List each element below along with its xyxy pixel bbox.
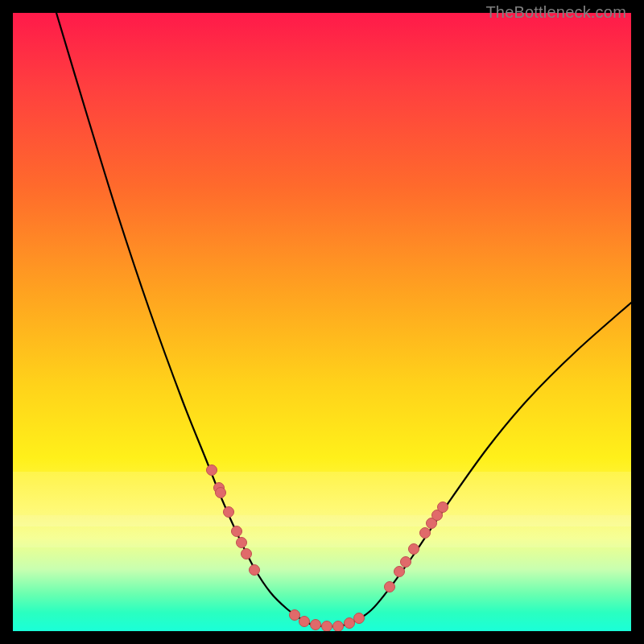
watermark-text: TheBottleneck.com: [485, 3, 626, 22]
dot: [345, 618, 355, 629]
dot: [420, 528, 431, 539]
dot: [394, 567, 405, 577]
dot: [354, 613, 365, 624]
dot: [232, 526, 242, 537]
dot: [237, 538, 247, 548]
dot: [207, 465, 217, 476]
dot: [409, 544, 419, 555]
dot: [242, 549, 252, 559]
dot: [216, 488, 226, 498]
dot: [311, 620, 321, 630]
v-curve: [56, 13, 631, 626]
dot: [333, 621, 344, 632]
dot: [224, 507, 234, 518]
dot: [401, 557, 411, 568]
curve-layer: [13, 13, 631, 631]
dot: [299, 617, 310, 627]
dot: [290, 610, 300, 621]
dot: [438, 502, 448, 513]
dot: [385, 582, 395, 592]
plot-area: [13, 13, 631, 631]
dot: [250, 565, 260, 576]
dot: [322, 621, 332, 632]
curve-dots: [207, 465, 448, 632]
chart-frame: TheBottleneck.com: [0, 0, 644, 644]
